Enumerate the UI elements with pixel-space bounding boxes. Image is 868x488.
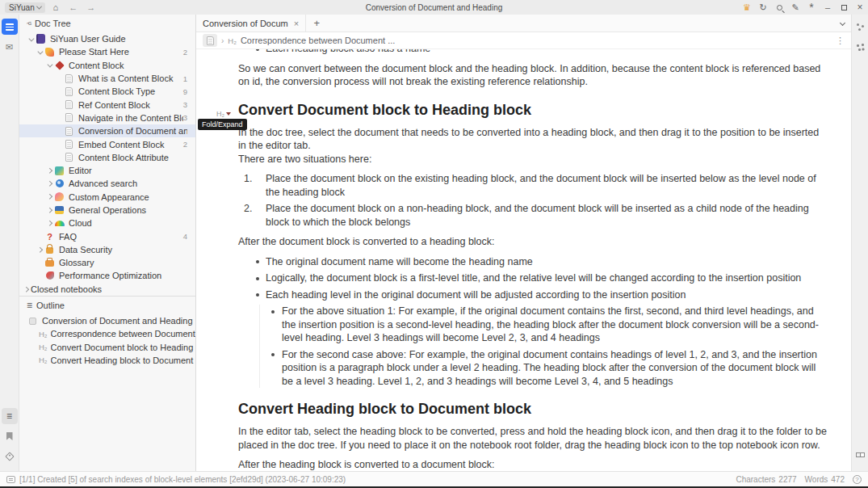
- paragraph[interactable]: In the doc tree, select the document tha…: [238, 126, 827, 166]
- heading-convert-doc-to-heading[interactable]: H₂ Convert Document block to Heading blo…: [238, 100, 827, 120]
- heading-convert-heading-to-doc[interactable]: Convert Heading block to Document block: [238, 399, 827, 419]
- outline-item[interactable]: H₂ Correspondence between Document and H…: [19, 327, 195, 340]
- tree-item-notebook[interactable]: SiYuan User Guide: [19, 32, 195, 45]
- tree-item[interactable]: Data Security: [19, 243, 195, 256]
- briefcase-icon: [44, 258, 55, 268]
- tree-item[interactable]: What is a Content Block 1: [19, 72, 195, 85]
- tab-list-chevron-icon[interactable]: [841, 21, 845, 25]
- global-graph-dock-button[interactable]: [852, 39, 868, 55]
- document-icon: [64, 86, 74, 97]
- tree-item[interactable]: Performance Optimization: [19, 269, 195, 282]
- list-item[interactable]: For the above situation 1: For example, …: [260, 305, 827, 345]
- edit-icon[interactable]: [787, 2, 803, 13]
- paragraph[interactable]: In the editor tab, select the heading bl…: [238, 425, 827, 452]
- history-icon[interactable]: [755, 2, 771, 13]
- tag-icon: [5, 452, 14, 461]
- bookmark-dock-button[interactable]: [2, 428, 18, 444]
- tree-item-selected[interactable]: Conversion of Document and Head...: [19, 124, 195, 137]
- restore-button[interactable]: [836, 2, 852, 13]
- list-item[interactable]: 2. Place the document block on a non-hea…: [238, 202, 827, 229]
- settings-icon[interactable]: [803, 2, 820, 13]
- list-item[interactable]: The original document name will become t…: [238, 255, 827, 269]
- outline-dock-button[interactable]: [2, 408, 18, 424]
- list-item[interactable]: For the second case above: For example, …: [260, 348, 827, 389]
- outline-item[interactable]: H₂ Convert Heading block to Document blo…: [19, 354, 195, 367]
- rocket-icon: [44, 271, 55, 281]
- collapse-toggle[interactable]: [44, 61, 54, 70]
- breadcrumb-heading[interactable]: Correspondence between Document ...: [241, 36, 395, 45]
- collapse-toggle[interactable]: [35, 47, 44, 57]
- sidebar: Doc Tree SiYuan User Guide Please Start …: [19, 15, 196, 471]
- tree-item[interactable]: Content Block Attribute: [19, 151, 195, 164]
- expand-toggle[interactable]: [44, 192, 54, 202]
- doc-tree-header[interactable]: Doc Tree: [19, 15, 195, 32]
- fold-triangle-icon[interactable]: [226, 112, 231, 116]
- document-icon: [64, 74, 74, 84]
- workspace-switcher[interactable]: SiYuan: [5, 2, 45, 13]
- tree-item-closed-notebooks[interactable]: Closed notebooks: [19, 283, 195, 296]
- list-item[interactable]: Logically, the document block is a first…: [238, 271, 827, 285]
- paragraph[interactable]: After the heading block is converted to …: [238, 458, 827, 471]
- list-item[interactable]: Each heading level in the original docum…: [238, 288, 827, 302]
- collapse-toggle[interactable]: [26, 34, 36, 44]
- expand-toggle[interactable]: [21, 284, 31, 294]
- paragraph[interactable]: So we can convert between the document b…: [238, 62, 827, 89]
- close-button[interactable]: [852, 2, 868, 13]
- tree-item[interactable]: General Operations: [19, 204, 195, 217]
- kebab-menu-icon[interactable]: [836, 36, 845, 46]
- document-content[interactable]: Each heading block also has a name So we…: [196, 49, 851, 471]
- inbox-dock-button[interactable]: [2, 39, 18, 55]
- outline-item[interactable]: H₂ Convert Document block to Heading blo…: [19, 341, 195, 354]
- tree-item[interactable]: Custom Appearance: [19, 191, 195, 204]
- lock-icon: [44, 244, 55, 255]
- file-tree-dock-button[interactable]: [2, 19, 18, 35]
- backlinks-dock-button[interactable]: [852, 447, 868, 463]
- right-dock: [851, 15, 868, 471]
- doc-tree-panel: Doc Tree SiYuan User Guide Please Start …: [19, 15, 195, 296]
- forward-icon[interactable]: [84, 2, 99, 13]
- tree-item[interactable]: Content Block Type 9: [19, 85, 195, 98]
- new-tab-button[interactable]: [306, 17, 327, 29]
- expand-toggle[interactable]: [44, 179, 54, 188]
- graph-dock-button[interactable]: [852, 19, 868, 35]
- words-label: Words: [805, 475, 828, 484]
- tab-close-icon[interactable]: [294, 19, 299, 28]
- toggle-spacer: [54, 126, 64, 136]
- tab-conversion-of-document[interactable]: Conversion of Docum: [196, 15, 306, 32]
- global-graph-icon: [856, 43, 864, 51]
- toggle-spacer: [54, 86, 64, 96]
- list-item[interactable]: Each heading block also has a name: [238, 49, 827, 56]
- tree-item[interactable]: Editor: [19, 164, 195, 177]
- question-icon: [44, 231, 55, 242]
- tree-item[interactable]: FAQ 4: [19, 229, 195, 242]
- outline-item[interactable]: Conversion of Document and Heading: [19, 314, 195, 327]
- toggle-spacer: [54, 74, 64, 83]
- expand-toggle[interactable]: [44, 205, 54, 215]
- expand-toggle[interactable]: [44, 166, 54, 175]
- vip-crown-icon[interactable]: [739, 2, 755, 13]
- home-icon[interactable]: [48, 2, 63, 13]
- list-item[interactable]: 1. Place the document block on the exist…: [238, 172, 827, 199]
- expand-toggle[interactable]: [35, 245, 44, 255]
- tree-item[interactable]: Advanced search: [19, 177, 195, 190]
- search-icon[interactable]: [771, 2, 787, 13]
- tree-item[interactable]: Embed Content Block 2: [19, 137, 195, 150]
- tree-item[interactable]: Content Block: [19, 59, 195, 72]
- minimize-button[interactable]: [820, 2, 836, 13]
- doc-tree-title: Doc Tree: [35, 19, 71, 28]
- tree-item[interactable]: Ref Content Block 3: [19, 98, 195, 111]
- back-icon[interactable]: [66, 2, 81, 13]
- outline-header[interactable]: Outline: [19, 297, 195, 314]
- tree-item[interactable]: Glossary: [19, 256, 195, 269]
- characters-value: 2277: [778, 475, 796, 484]
- tag-dock-button[interactable]: [2, 448, 18, 465]
- paragraph[interactable]: After the document block is converted to…: [238, 235, 827, 249]
- expand-toggle[interactable]: [44, 218, 54, 228]
- breadcrumb-doc-chip[interactable]: [203, 34, 217, 47]
- tree-item[interactable]: Cloud: [19, 217, 195, 229]
- log-icon[interactable]: [6, 476, 15, 483]
- help-icon[interactable]: [853, 475, 862, 484]
- tree-item[interactable]: Please Start Here 2: [19, 45, 195, 58]
- tree-item[interactable]: Navigate in the Content Block 3: [19, 111, 195, 124]
- toggle-spacer: [54, 100, 64, 110]
